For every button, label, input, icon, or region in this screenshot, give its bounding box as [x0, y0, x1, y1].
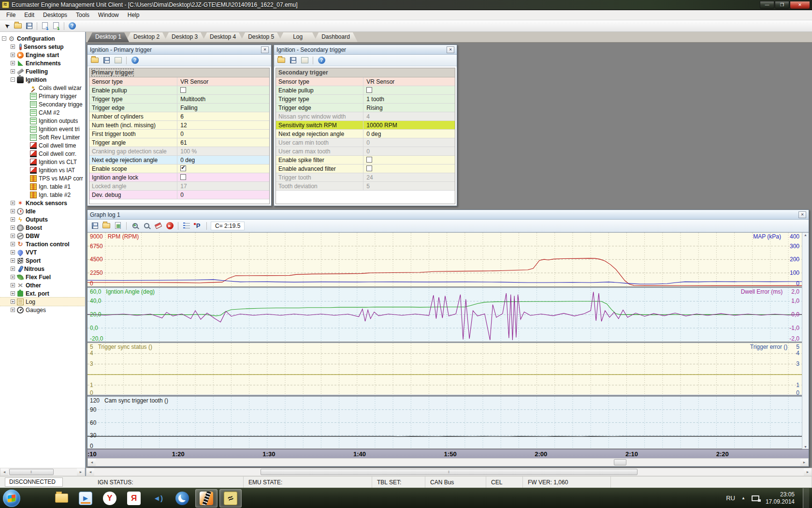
- tree-item-coil-dwell-corr-[interactable]: Coil dwell corr.: [0, 149, 85, 158]
- setting-value[interactable]: 4: [363, 112, 455, 120]
- tree-item-engine-start[interactable]: +Engine start: [0, 51, 85, 59]
- graph-hscrollbar[interactable]: ◄ ►: [87, 458, 809, 466]
- connect-icon[interactable]: [2, 22, 11, 30]
- charts-vscrollbar[interactable]: ▲ ▼: [802, 233, 809, 449]
- export-icon[interactable]: [52, 21, 60, 30]
- tree-item-primary-trigger[interactable]: Primary trigger: [0, 92, 85, 100]
- menu-item-help[interactable]: Help: [123, 11, 144, 19]
- setting-value[interactable]: 0: [363, 147, 455, 155]
- tab-desktop-4[interactable]: Desktop 4: [202, 32, 244, 42]
- tree-expander-icon[interactable]: +: [11, 209, 15, 213]
- setting-value[interactable]: 61: [177, 138, 269, 147]
- tree-expander-icon[interactable]: +: [11, 53, 15, 57]
- scroll-down-icon[interactable]: ▼: [804, 445, 807, 448]
- setting-checkbox[interactable]: [366, 165, 372, 171]
- setting-value[interactable]: [363, 86, 455, 94]
- tree-expander-icon[interactable]: +: [11, 234, 15, 238]
- tree-expander-icon[interactable]: +: [11, 242, 15, 246]
- setting-checkbox[interactable]: [180, 174, 186, 180]
- menu-item-tools[interactable]: Tools: [72, 11, 94, 19]
- chart-trigger-sync[interactable]: 5Trigger sync status ()4310Trigger error…: [87, 342, 802, 396]
- setting-row-nissan-sync-window-width[interactable]: Nissan sync window width4: [276, 112, 455, 121]
- tree-hscroll-thumb[interactable]: ⫴: [9, 469, 54, 475]
- tree-expander-icon[interactable]: +: [11, 201, 15, 205]
- tree-expander-icon[interactable]: -: [11, 77, 15, 82]
- record-icon[interactable]: [165, 222, 174, 230]
- setting-value[interactable]: [363, 156, 455, 164]
- tree-item-ignition-vs-iat[interactable]: Ignition vs IAT: [0, 166, 85, 174]
- setting-value[interactable]: Falling: [177, 104, 269, 112]
- eraser-icon[interactable]: [154, 222, 162, 230]
- save-icon[interactable]: [102, 56, 111, 65]
- taskbar-app-yandex-browser[interactable]: Y: [99, 489, 121, 508]
- taskbar-app-movie-maker[interactable]: [195, 489, 218, 508]
- tree-item-ign-table-1[interactable]: Ign. table #1: [0, 182, 85, 191]
- setting-row-user-cam-min-tooth[interactable]: User cam min tooth0: [276, 138, 455, 147]
- tree-item-tps-vs-map-corr[interactable]: TPS vs MAP corr: [0, 174, 85, 182]
- tree-expander-icon[interactable]: +: [11, 267, 15, 271]
- open-icon[interactable]: [14, 22, 22, 30]
- graph-hscroll-thumb[interactable]: [614, 459, 626, 465]
- tree-item-outputs[interactable]: +Outputs: [0, 215, 85, 224]
- maximize-button[interactable]: ❐: [775, 1, 789, 9]
- save-icon[interactable]: [289, 56, 297, 65]
- tree-item-boost[interactable]: +Boost: [0, 224, 85, 232]
- setting-value[interactable]: 0: [363, 138, 455, 147]
- setting-value[interactable]: 0 deg: [177, 156, 269, 164]
- close-button[interactable]: ✕: [790, 1, 810, 9]
- tree-item-sensors-setup[interactable]: +Sensors setup: [0, 43, 85, 51]
- language-indicator[interactable]: RU: [726, 494, 735, 502]
- help-icon[interactable]: ?: [68, 22, 76, 30]
- tree-expander-icon[interactable]: +: [11, 308, 15, 312]
- tree-item-ign-table-2[interactable]: Ign. table #2: [0, 191, 85, 199]
- tree-item-ignition-outputs[interactable]: Ignition outputs: [0, 117, 85, 125]
- tree-item-ext-port[interactable]: +Ext. port: [0, 289, 85, 298]
- pause-marker-icon[interactable]: P: [194, 222, 203, 230]
- tree-item-ignition[interactable]: -Ignition: [0, 75, 85, 84]
- tree-item-enrichments[interactable]: +Enrichments: [0, 59, 85, 67]
- setting-checkbox[interactable]: [366, 157, 372, 163]
- setting-row-tooth-deviation[interactable]: Tooth deviation5: [276, 182, 455, 191]
- tree-expander-icon[interactable]: +: [11, 258, 15, 263]
- tree-item-coils-dwell-wizar[interactable]: Coils dwell wizar: [0, 84, 85, 92]
- setting-value[interactable]: Rising: [363, 104, 455, 112]
- setting-value[interactable]: VR Sensor: [363, 77, 455, 86]
- graph-close-icon[interactable]: ✕: [798, 211, 806, 218]
- tab-desktop-3[interactable]: Desktop 3: [164, 32, 205, 42]
- tree-item-sport[interactable]: +Sport: [0, 256, 85, 265]
- scroll-left-icon[interactable]: ◄: [87, 468, 94, 476]
- taskbar-app-thunderbird[interactable]: [171, 489, 193, 508]
- clock[interactable]: 23:05 17.09.2014: [766, 491, 797, 506]
- setting-row-trigger-type[interactable]: Trigger type1 tooth: [276, 95, 455, 104]
- setting-row-number-of-cylinders[interactable]: Number of cylinders6: [89, 112, 269, 121]
- tree-expander-icon[interactable]: +: [11, 45, 15, 49]
- setting-value[interactable]: 0: [177, 191, 269, 199]
- tree-item-configuration[interactable]: -Configuration: [0, 34, 85, 43]
- minimize-button[interactable]: —: [760, 1, 774, 9]
- hidden-icons-arrow-icon[interactable]: ▲: [741, 496, 745, 500]
- menu-item-file[interactable]: File: [2, 11, 20, 19]
- setting-checkbox[interactable]: [180, 165, 186, 171]
- help-icon[interactable]: ?: [130, 56, 139, 65]
- tree-item-fuelling[interactable]: +Fuelling: [0, 67, 85, 75]
- menu-item-desktops[interactable]: Desktops: [39, 11, 72, 19]
- chart-ign-dwell[interactable]: 60,0Igntion Angle (deg)40,020,00,0-20,0D…: [87, 287, 802, 342]
- taskbar-app-volume-mixer[interactable]: ◄): [147, 489, 169, 508]
- setting-row-enable-pullup[interactable]: Enable pullup: [89, 86, 269, 95]
- tree-item-vvt[interactable]: +VVT: [0, 248, 85, 256]
- show-desktop-button[interactable]: [803, 488, 809, 508]
- tree-expander-icon[interactable]: +: [11, 299, 15, 304]
- zoom-out-icon[interactable]: [142, 222, 151, 230]
- scroll-up-icon[interactable]: ▲: [804, 233, 807, 237]
- scroll-left-icon[interactable]: ◄: [88, 459, 96, 466]
- setting-row-enable-scope[interactable]: Enable scope: [89, 164, 269, 173]
- main-hscroll-thumb[interactable]: ⫴: [261, 469, 638, 475]
- setting-value[interactable]: 24: [363, 173, 455, 181]
- tree-expander-icon[interactable]: +: [11, 225, 15, 230]
- menu-item-edit[interactable]: Edit: [20, 11, 39, 19]
- setting-value[interactable]: [177, 173, 269, 181]
- open-icon[interactable]: [277, 56, 286, 65]
- panel-close-icon[interactable]: ✕: [261, 46, 269, 53]
- setting-value[interactable]: 1 tooth: [363, 95, 455, 103]
- tree-item-ignition-vs-clt[interactable]: Ignition vs CLT: [0, 158, 85, 166]
